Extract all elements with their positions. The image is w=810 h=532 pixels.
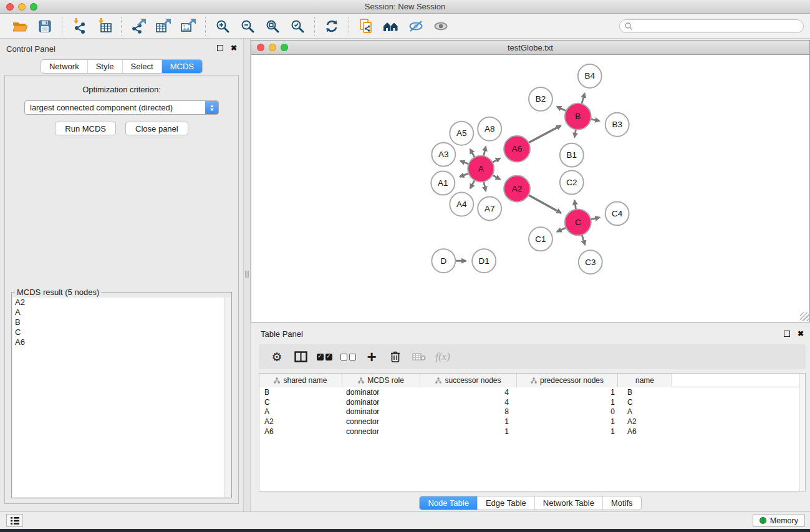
memory-status-icon [759,517,766,524]
attribute-type-icon [435,377,441,384]
checked-box-icon [317,354,324,360]
tab-network-table[interactable]: Network Table [534,496,602,510]
column-header-shared-name[interactable]: shared name [259,374,342,387]
search-box[interactable] [619,19,804,33]
column-header-name[interactable]: name [618,374,672,387]
graph-node-label: A7 [485,204,494,213]
network-snapshot-button[interactable] [354,15,378,37]
column-header-MCDS-role[interactable]: MCDS role [342,374,420,387]
close-panel-button[interactable]: Close panel [125,122,188,135]
table-row[interactable]: Cdominator41C [259,397,805,407]
graph-node-label: B1 [567,150,577,160]
attribute-type-icon [274,377,280,384]
deselect-all-button[interactable] [336,344,360,369]
add-column-button[interactable]: + [360,344,383,369]
table-settings-button[interactable]: ⚙ [265,344,289,369]
import-table-button[interactable] [92,15,117,37]
unchecked-box-icon [349,354,356,360]
app-titlebar: Session: New Session [0,0,810,14]
optimization-criterion-dropdown[interactable]: largest connected component (directed) [24,100,219,115]
close-window-button[interactable] [6,3,14,11]
float-table-panel-icon[interactable] [784,331,790,337]
zoom-fit-button[interactable] [260,15,285,37]
table-row[interactable]: Bdominator41B [259,387,805,397]
graph-node-label: D [440,256,446,266]
toolbar-separator [62,17,62,36]
mcds-result-item[interactable]: A2 [12,297,231,307]
table-row[interactable]: A6connector11A6 [259,427,805,437]
minimize-network-button[interactable] [269,44,276,51]
panel-splitter[interactable] [243,39,251,511]
task-history-button[interactable] [6,514,23,527]
close-panel-icon[interactable]: ✖ [231,45,237,51]
run-mcds-button[interactable]: Run MCDS [55,122,116,135]
mcds-result-item[interactable]: A6 [12,337,231,347]
export-network-button[interactable] [126,15,151,37]
zoom-selected-icon [290,19,305,34]
save-session-button[interactable] [32,15,57,37]
column-header-predecessor-nodes[interactable]: predecessor nodes [517,374,618,387]
mcds-result-item[interactable]: C [12,327,231,337]
resize-grip-icon[interactable] [800,312,809,321]
table-row[interactable]: A2connector11A2 [259,417,805,427]
toolbar-separator [121,17,122,36]
table-scrollbar[interactable] [799,374,805,491]
tab-node-table[interactable]: Node Table [420,496,477,510]
column-header-successor-nodes[interactable]: successor nodes [420,374,517,387]
splitter-handle-icon[interactable] [245,271,249,278]
graph-node-label: B [575,112,581,121]
mcds-result-item[interactable]: A [12,307,231,317]
split-view-icon [294,351,307,362]
first-neighbors-houses-icon [382,19,400,33]
network-view-window: testGlobe.txt B4B2BB3A8A5A6A3B1AC2A1A2A4… [251,40,810,322]
result-scrollbar[interactable] [224,297,231,497]
minimize-window-button[interactable] [18,3,26,11]
delete-column-button[interactable] [383,344,407,369]
export-image-button[interactable] [176,15,201,37]
tab-mcds[interactable]: MCDS [162,60,202,73]
mcds-result-item[interactable]: B [12,317,231,327]
network-canvas[interactable]: B4B2BB3A8A5A6A3B1AC2A1A2A4A7C4CC1DD1C3 [251,56,809,322]
dropdown-stepper-icon[interactable] [205,101,218,114]
graph-node-label: C1 [535,235,546,244]
tab-motifs[interactable]: Motifs [602,496,641,510]
first-neighbors-button[interactable] [378,15,403,37]
hide-selected-button[interactable] [403,15,428,37]
zoom-network-button[interactable] [281,44,288,51]
close-table-panel-icon[interactable]: ✖ [798,331,804,337]
window-controls [6,3,37,11]
apply-function-button[interactable]: f(x) [431,344,455,369]
zoom-selected-button[interactable] [285,15,310,37]
close-network-button[interactable] [257,44,264,51]
zoom-window-button[interactable] [30,3,37,11]
table-toolbar: ⚙ + [259,344,806,369]
open-session-button[interactable] [7,15,32,37]
import-network-button[interactable] [67,15,92,37]
refresh-view-button[interactable] [319,15,344,37]
memory-label: Memory [770,516,798,525]
graph-node-label: A2 [512,184,522,193]
select-all-button[interactable] [312,344,336,369]
memory-button[interactable]: Memory [753,514,805,527]
zoom-out-button[interactable] [235,15,260,37]
show-all-button[interactable] [428,15,453,37]
export-table-button[interactable] [151,15,176,37]
main-toolbar [0,14,810,39]
graph-node-label: A4 [456,200,467,209]
search-input[interactable] [633,21,803,32]
table-row[interactable]: Adominator80A [259,407,805,417]
tab-select[interactable]: Select [122,60,162,73]
zoom-in-button[interactable] [210,15,235,37]
delete-table-button[interactable] [407,344,431,369]
tab-edge-table[interactable]: Edge Table [477,496,534,510]
node-table: shared nameMCDS rolesuccessor nodesprede… [259,373,806,491]
graph-node-label: B3 [612,120,622,129]
import-table-icon [96,18,112,34]
network-graph[interactable]: B4B2BB3A8A5A6A3B1AC2A1A2A4A7C4CC1DD1C3 [251,56,809,322]
tab-network[interactable]: Network [41,60,87,73]
float-panel-icon[interactable] [217,45,223,51]
tab-style[interactable]: Style [87,60,122,73]
split-view-button[interactable] [289,344,312,369]
zoom-fit-icon [265,19,280,34]
hide-eye-icon [408,19,424,33]
